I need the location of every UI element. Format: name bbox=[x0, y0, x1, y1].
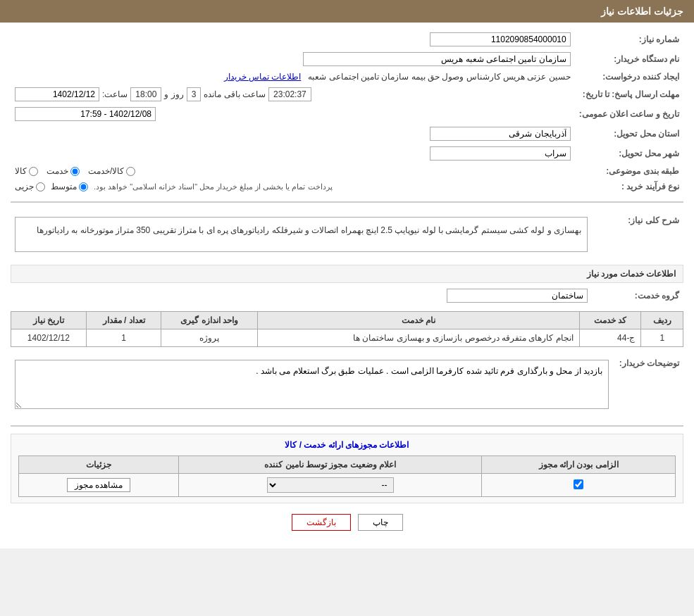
days-label: روز و bbox=[164, 89, 183, 99]
services-table-body: 1 ج-44 انجام کارهای متفرقه درخصوص بازساز… bbox=[11, 329, 683, 347]
perm-col3: جزئیات bbox=[19, 456, 179, 474]
content-area: شماره نیاز: نام دستگاه خریدار: ایجاد کنن… bbox=[0, 23, 694, 548]
announce-value bbox=[11, 104, 575, 124]
creator-link[interactable]: اطلاعات تماس خریدار bbox=[224, 72, 302, 82]
print-button[interactable]: چاپ bbox=[358, 514, 403, 531]
purchase-type-label: نوع فرآیند خرید : bbox=[575, 179, 683, 194]
buyer-notes-value: بازدید از محل و بارگذاری فرم تائید شده ک… bbox=[11, 353, 613, 418]
days-value: 3 bbox=[187, 87, 202, 101]
deadline-label: مهلت ارسال پاسخ: تا تاریخ: bbox=[575, 84, 683, 104]
buyer-org-label: نام دستگاه خریدار: bbox=[575, 49, 683, 69]
buyer-notes-table: توضیحات خریدار: بازدید از محل و بارگذاری… bbox=[11, 353, 683, 418]
need-number-row: شماره نیاز: bbox=[11, 30, 683, 49]
announce-row: تاریخ و ساعت اعلان عمومی: bbox=[11, 104, 683, 124]
announce-label: تاریخ و ساعت اعلان عمومی: bbox=[575, 104, 683, 124]
perm-row: -- مشاهده مجوز bbox=[19, 474, 676, 497]
category-khidmat[interactable]: خدمت bbox=[47, 166, 80, 176]
permissions-table-header: الزامی بودن ارائه مجوز اعلام وضعیت مجوز … bbox=[19, 456, 676, 474]
time-label: ساعت: bbox=[102, 89, 128, 99]
time-value: 18:00 bbox=[130, 87, 161, 101]
need-number-value bbox=[280, 30, 575, 49]
permissions-title: اطلاعات مجوزهای ارائه خدمت / کالا bbox=[18, 440, 676, 450]
desc-table: شرح کلی نیاز: بهسازی و لوله کشی سیستم گر… bbox=[11, 210, 683, 259]
col-qty: تعداد / مقدار bbox=[86, 312, 161, 329]
announce-input[interactable] bbox=[15, 107, 156, 121]
footer-buttons: چاپ بازگشت bbox=[11, 514, 683, 531]
services-table: ردیف کد خدمت نام خدمت واحد اندازه گیری ت… bbox=[11, 311, 683, 347]
need-number-label: شماره نیاز: bbox=[575, 30, 683, 49]
deadline-date-input[interactable] bbox=[15, 87, 99, 101]
buyer-notes-textarea[interactable]: بازدید از محل و بارگذاری فرم تائید شده ک… bbox=[15, 360, 609, 409]
view-permit-button[interactable]: مشاهده مجوز bbox=[67, 478, 130, 492]
province-value bbox=[11, 124, 575, 144]
category-label: طبقه بندی موضوعی: bbox=[575, 163, 683, 179]
buyer-notes-label: توضیحات خریدار: bbox=[613, 353, 683, 418]
page-wrapper: جزئیات اطلاعات نیاز شماره نیاز: نام دستگ… bbox=[0, 0, 694, 548]
perm-required-checkbox[interactable] bbox=[574, 479, 583, 489]
services-table-header: ردیف کد خدمت نام خدمت واحد اندازه گیری ت… bbox=[11, 312, 683, 329]
service-group-value bbox=[11, 286, 592, 306]
back-button[interactable]: بازگشت bbox=[292, 514, 351, 531]
page-title: جزئیات اطلاعات نیاز bbox=[601, 6, 683, 17]
service-group-label: گروه خدمت: bbox=[592, 286, 683, 306]
perm-col2: اعلام وضعیت مجوز توسط نامین کننده bbox=[178, 456, 481, 474]
creator-value: حسین عزتی هریس کارشناس وصول حق بیمه سازم… bbox=[11, 69, 575, 84]
purchase-type-medium[interactable]: متوسط bbox=[51, 182, 88, 191]
table-row: 1 ج-44 انجام کارهای متفرقه درخصوص بازساز… bbox=[11, 329, 683, 347]
category-kala-khidmat[interactable]: کالا/خدمت bbox=[88, 166, 135, 176]
province-input[interactable] bbox=[430, 127, 571, 141]
cell-unit: پروژه bbox=[161, 329, 258, 347]
cell-code: ج-44 bbox=[579, 329, 641, 347]
service-group-table: گروه خدمت: bbox=[11, 286, 683, 306]
purchase-note: پرداخت تمام یا بخشی از مبلغ خریدار محل "… bbox=[94, 182, 333, 191]
purchase-type-options: پرداخت تمام یا بخشی از مبلغ خریدار محل "… bbox=[11, 179, 575, 194]
purchase-type-partial[interactable]: جزیی bbox=[15, 182, 45, 191]
page-header: جزئیات اطلاعات نیاز bbox=[0, 0, 694, 23]
desc-label: شرح کلی نیاز: bbox=[592, 210, 683, 259]
buyer-org-input[interactable] bbox=[303, 52, 571, 66]
city-value bbox=[11, 144, 575, 163]
divider-1 bbox=[11, 201, 683, 203]
city-label: شهر محل تحویل: bbox=[575, 144, 683, 163]
permissions-table: الزامی بودن ارائه مجوز اعلام وضعیت مجوز … bbox=[18, 455, 676, 497]
cell-date: 1402/12/12 bbox=[11, 329, 87, 347]
category-kala[interactable]: کالا bbox=[15, 166, 38, 176]
desc-text: بهسازی و لوله کشی سیستم گرمایشی با لوله … bbox=[37, 225, 581, 235]
remaining-time: 23:02:37 bbox=[268, 87, 311, 101]
col-row: ردیف bbox=[641, 312, 683, 329]
permissions-table-body: -- مشاهده مجوز bbox=[19, 474, 676, 497]
desc-value: بهسازی و لوله کشی سیستم گرمایشی با لوله … bbox=[11, 210, 592, 259]
divider-2 bbox=[11, 425, 683, 427]
perm-col1: الزامی بودن ارائه مجوز bbox=[482, 456, 676, 474]
province-row: استان محل تحویل: bbox=[11, 124, 683, 144]
deadline-value: 23:02:37 ساعت باقی مانده 3 روز و 18:00 س… bbox=[11, 84, 575, 104]
category-options: کالا/خدمت خدمت کالا bbox=[11, 163, 575, 179]
perm-status-select[interactable]: -- bbox=[267, 477, 394, 493]
need-number-input[interactable] bbox=[430, 32, 571, 46]
buyer-org-row: نام دستگاه خریدار: bbox=[11, 49, 683, 69]
desc-row: شرح کلی نیاز: بهسازی و لوله کشی سیستم گر… bbox=[11, 210, 683, 259]
cell-row: 1 bbox=[641, 329, 683, 347]
col-name: نام خدمت bbox=[258, 312, 580, 329]
perm-required bbox=[482, 474, 676, 497]
col-code: کد خدمت bbox=[579, 312, 641, 329]
province-label: استان محل تحویل: bbox=[575, 124, 683, 144]
city-row: شهر محل تحویل: bbox=[11, 144, 683, 163]
buyer-org-value bbox=[11, 49, 575, 69]
info-table: شماره نیاز: نام دستگاه خریدار: ایجاد کنن… bbox=[11, 30, 683, 194]
desc-box: بهسازی و لوله کشی سیستم گرمایشی با لوله … bbox=[15, 217, 588, 252]
buyer-notes-row: توضیحات خریدار: بازدید از محل و بارگذاری… bbox=[11, 353, 683, 418]
service-group-row: گروه خدمت: bbox=[11, 286, 683, 306]
city-input[interactable] bbox=[430, 146, 571, 161]
service-group-input[interactable] bbox=[447, 289, 588, 303]
creator-row: ایجاد کننده درخواست: حسین عزتی هریس کارش… bbox=[11, 69, 683, 84]
perm-status: -- bbox=[178, 474, 481, 497]
perm-details: مشاهده مجوز bbox=[19, 474, 179, 497]
creator-label: ایجاد کننده درخواست: bbox=[575, 69, 683, 84]
purchase-type-row: نوع فرآیند خرید : پرداخت تمام یا بخشی از… bbox=[11, 179, 683, 194]
creator-text: حسین عزتی هریس کارشناس وصول حق بیمه سازم… bbox=[308, 72, 570, 82]
cell-name: انجام کارهای متفرقه درخصوص بازسازی و بهس… bbox=[258, 329, 580, 347]
cell-qty: 1 bbox=[86, 329, 161, 347]
col-date: تاریخ نیاز bbox=[11, 312, 87, 329]
category-row: طبقه بندی موضوعی: کالا/خدمت خدمت bbox=[11, 163, 683, 179]
